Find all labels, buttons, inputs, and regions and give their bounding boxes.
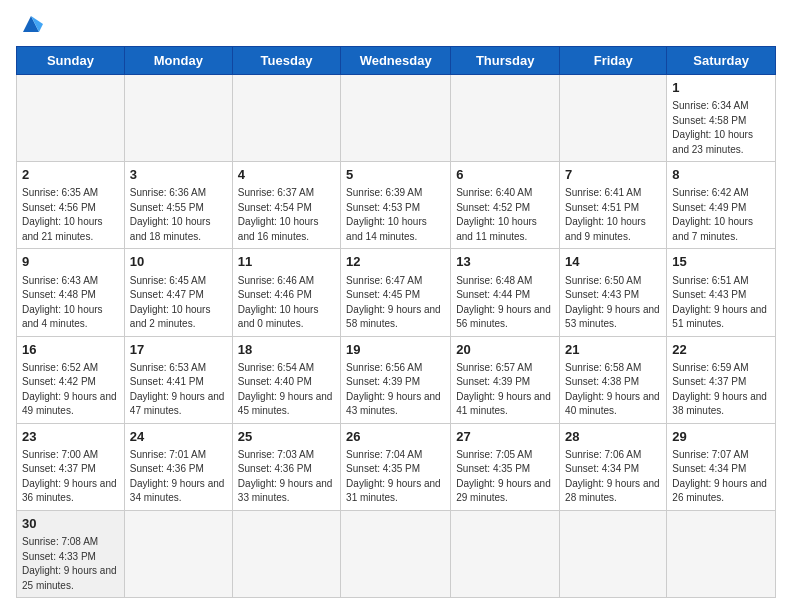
calendar-cell: 11Sunrise: 6:46 AM Sunset: 4:46 PM Dayli… (232, 249, 340, 336)
calendar-cell: 9Sunrise: 6:43 AM Sunset: 4:48 PM Daylig… (17, 249, 125, 336)
day-info: Sunrise: 7:01 AM Sunset: 4:36 PM Dayligh… (130, 448, 227, 506)
calendar-cell: 25Sunrise: 7:03 AM Sunset: 4:36 PM Dayli… (232, 423, 340, 510)
calendar-cell (232, 510, 340, 597)
calendar-cell: 5Sunrise: 6:39 AM Sunset: 4:53 PM Daylig… (341, 162, 451, 249)
weekday-header-thursday: Thursday (451, 47, 560, 75)
calendar-cell: 2Sunrise: 6:35 AM Sunset: 4:56 PM Daylig… (17, 162, 125, 249)
day-number: 16 (22, 341, 119, 359)
day-info: Sunrise: 6:41 AM Sunset: 4:51 PM Dayligh… (565, 186, 661, 244)
week-row-5: 23Sunrise: 7:00 AM Sunset: 4:37 PM Dayli… (17, 423, 776, 510)
day-info: Sunrise: 6:54 AM Sunset: 4:40 PM Dayligh… (238, 361, 335, 419)
weekday-header-tuesday: Tuesday (232, 47, 340, 75)
calendar-table: SundayMondayTuesdayWednesdayThursdayFrid… (16, 46, 776, 598)
weekday-header-saturday: Saturday (667, 47, 776, 75)
day-info: Sunrise: 6:51 AM Sunset: 4:43 PM Dayligh… (672, 274, 770, 332)
calendar-cell (451, 510, 560, 597)
day-info: Sunrise: 6:42 AM Sunset: 4:49 PM Dayligh… (672, 186, 770, 244)
day-info: Sunrise: 6:52 AM Sunset: 4:42 PM Dayligh… (22, 361, 119, 419)
day-info: Sunrise: 6:59 AM Sunset: 4:37 PM Dayligh… (672, 361, 770, 419)
calendar-cell: 27Sunrise: 7:05 AM Sunset: 4:35 PM Dayli… (451, 423, 560, 510)
calendar-cell: 26Sunrise: 7:04 AM Sunset: 4:35 PM Dayli… (341, 423, 451, 510)
day-number: 8 (672, 166, 770, 184)
weekday-header-row: SundayMondayTuesdayWednesdayThursdayFrid… (17, 47, 776, 75)
day-info: Sunrise: 6:45 AM Sunset: 4:47 PM Dayligh… (130, 274, 227, 332)
day-number: 2 (22, 166, 119, 184)
day-number: 4 (238, 166, 335, 184)
week-row-3: 9Sunrise: 6:43 AM Sunset: 4:48 PM Daylig… (17, 249, 776, 336)
day-info: Sunrise: 6:50 AM Sunset: 4:43 PM Dayligh… (565, 274, 661, 332)
week-row-2: 2Sunrise: 6:35 AM Sunset: 4:56 PM Daylig… (17, 162, 776, 249)
calendar-cell: 23Sunrise: 7:00 AM Sunset: 4:37 PM Dayli… (17, 423, 125, 510)
calendar-cell (341, 75, 451, 162)
calendar-cell: 14Sunrise: 6:50 AM Sunset: 4:43 PM Dayli… (560, 249, 667, 336)
week-row-6: 30Sunrise: 7:08 AM Sunset: 4:33 PM Dayli… (17, 510, 776, 597)
calendar-cell: 7Sunrise: 6:41 AM Sunset: 4:51 PM Daylig… (560, 162, 667, 249)
day-number: 14 (565, 253, 661, 271)
calendar-cell: 22Sunrise: 6:59 AM Sunset: 4:37 PM Dayli… (667, 336, 776, 423)
day-number: 15 (672, 253, 770, 271)
day-number: 26 (346, 428, 445, 446)
calendar-cell: 3Sunrise: 6:36 AM Sunset: 4:55 PM Daylig… (124, 162, 232, 249)
calendar-cell: 13Sunrise: 6:48 AM Sunset: 4:44 PM Dayli… (451, 249, 560, 336)
day-number: 9 (22, 253, 119, 271)
calendar-cell (560, 510, 667, 597)
day-info: Sunrise: 6:58 AM Sunset: 4:38 PM Dayligh… (565, 361, 661, 419)
calendar-cell: 12Sunrise: 6:47 AM Sunset: 4:45 PM Dayli… (341, 249, 451, 336)
day-info: Sunrise: 6:34 AM Sunset: 4:58 PM Dayligh… (672, 99, 770, 157)
calendar-cell: 10Sunrise: 6:45 AM Sunset: 4:47 PM Dayli… (124, 249, 232, 336)
calendar-cell (124, 510, 232, 597)
calendar-cell: 18Sunrise: 6:54 AM Sunset: 4:40 PM Dayli… (232, 336, 340, 423)
calendar-cell (667, 510, 776, 597)
day-number: 12 (346, 253, 445, 271)
logo-icon (19, 14, 43, 34)
calendar-cell (17, 75, 125, 162)
day-info: Sunrise: 6:35 AM Sunset: 4:56 PM Dayligh… (22, 186, 119, 244)
calendar-cell (341, 510, 451, 597)
weekday-header-sunday: Sunday (17, 47, 125, 75)
day-number: 29 (672, 428, 770, 446)
day-number: 7 (565, 166, 661, 184)
day-info: Sunrise: 7:04 AM Sunset: 4:35 PM Dayligh… (346, 448, 445, 506)
day-number: 27 (456, 428, 554, 446)
logo (16, 16, 43, 36)
day-info: Sunrise: 6:37 AM Sunset: 4:54 PM Dayligh… (238, 186, 335, 244)
calendar-cell: 29Sunrise: 7:07 AM Sunset: 4:34 PM Dayli… (667, 423, 776, 510)
calendar-cell: 1Sunrise: 6:34 AM Sunset: 4:58 PM Daylig… (667, 75, 776, 162)
day-info: Sunrise: 6:40 AM Sunset: 4:52 PM Dayligh… (456, 186, 554, 244)
day-number: 3 (130, 166, 227, 184)
weekday-header-friday: Friday (560, 47, 667, 75)
calendar-cell: 4Sunrise: 6:37 AM Sunset: 4:54 PM Daylig… (232, 162, 340, 249)
weekday-header-wednesday: Wednesday (341, 47, 451, 75)
calendar-cell: 17Sunrise: 6:53 AM Sunset: 4:41 PM Dayli… (124, 336, 232, 423)
calendar-cell: 6Sunrise: 6:40 AM Sunset: 4:52 PM Daylig… (451, 162, 560, 249)
day-number: 25 (238, 428, 335, 446)
day-number: 10 (130, 253, 227, 271)
calendar-cell: 30Sunrise: 7:08 AM Sunset: 4:33 PM Dayli… (17, 510, 125, 597)
day-number: 23 (22, 428, 119, 446)
day-number: 11 (238, 253, 335, 271)
calendar-cell: 19Sunrise: 6:56 AM Sunset: 4:39 PM Dayli… (341, 336, 451, 423)
day-number: 5 (346, 166, 445, 184)
day-info: Sunrise: 6:46 AM Sunset: 4:46 PM Dayligh… (238, 274, 335, 332)
day-number: 18 (238, 341, 335, 359)
day-number: 13 (456, 253, 554, 271)
calendar-cell (451, 75, 560, 162)
day-info: Sunrise: 7:08 AM Sunset: 4:33 PM Dayligh… (22, 535, 119, 593)
day-number: 6 (456, 166, 554, 184)
day-info: Sunrise: 6:47 AM Sunset: 4:45 PM Dayligh… (346, 274, 445, 332)
calendar-cell: 15Sunrise: 6:51 AM Sunset: 4:43 PM Dayli… (667, 249, 776, 336)
calendar-cell: 21Sunrise: 6:58 AM Sunset: 4:38 PM Dayli… (560, 336, 667, 423)
day-info: Sunrise: 7:07 AM Sunset: 4:34 PM Dayligh… (672, 448, 770, 506)
day-info: Sunrise: 7:05 AM Sunset: 4:35 PM Dayligh… (456, 448, 554, 506)
day-info: Sunrise: 6:56 AM Sunset: 4:39 PM Dayligh… (346, 361, 445, 419)
calendar-cell: 28Sunrise: 7:06 AM Sunset: 4:34 PM Dayli… (560, 423, 667, 510)
day-number: 24 (130, 428, 227, 446)
week-row-1: 1Sunrise: 6:34 AM Sunset: 4:58 PM Daylig… (17, 75, 776, 162)
day-info: Sunrise: 6:53 AM Sunset: 4:41 PM Dayligh… (130, 361, 227, 419)
calendar-cell (560, 75, 667, 162)
day-number: 21 (565, 341, 661, 359)
day-info: Sunrise: 7:06 AM Sunset: 4:34 PM Dayligh… (565, 448, 661, 506)
week-row-4: 16Sunrise: 6:52 AM Sunset: 4:42 PM Dayli… (17, 336, 776, 423)
day-info: Sunrise: 6:39 AM Sunset: 4:53 PM Dayligh… (346, 186, 445, 244)
day-info: Sunrise: 6:36 AM Sunset: 4:55 PM Dayligh… (130, 186, 227, 244)
